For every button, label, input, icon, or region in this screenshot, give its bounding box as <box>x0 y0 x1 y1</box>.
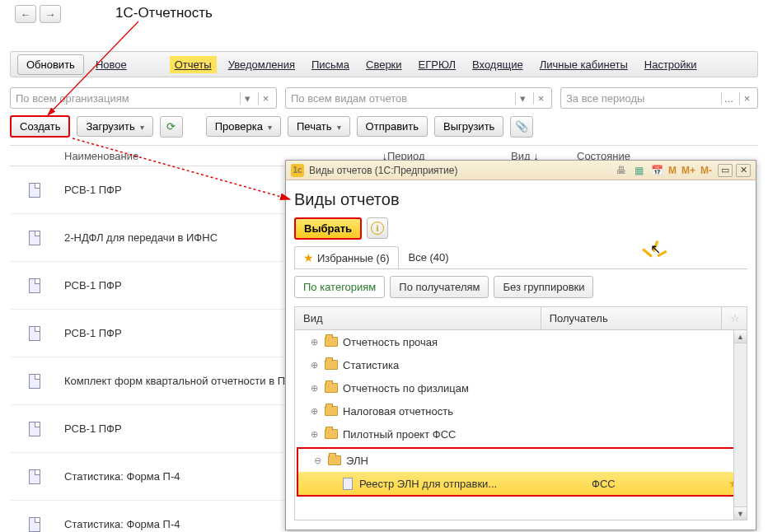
incoming-link[interactable]: Входящие <box>467 56 528 73</box>
kind-filter-placeholder: По всем видам отчетов <box>291 92 407 105</box>
check-button[interactable]: Проверка▾ <box>206 116 281 137</box>
cabinets-link[interactable]: Личные кабинеты <box>535 56 633 73</box>
print-icon[interactable]: 🖶 <box>613 163 630 178</box>
tree-folder[interactable]: ⊕Отчетность прочая <box>295 330 747 353</box>
org-filter[interactable]: По всем организациям ▾ × <box>10 87 277 109</box>
clear-icon[interactable]: × <box>533 92 548 105</box>
folder-icon <box>325 337 338 347</box>
reports-link[interactable]: Отчеты <box>170 56 217 73</box>
recipient-cell: ФСС <box>592 478 724 490</box>
star-icon: ★ <box>303 251 314 264</box>
subtab-recipients[interactable]: По получателям <box>390 276 489 298</box>
dropdown-icon[interactable]: ▾ <box>515 92 530 105</box>
expand-icon[interactable]: ⊕ <box>308 383 320 394</box>
tree-folder[interactable]: ⊕Отчетность по физлицам <box>295 376 747 399</box>
clear-icon[interactable]: × <box>739 92 754 105</box>
app-icon: 1c <box>291 164 304 177</box>
expand-icon[interactable]: ⊕ <box>308 337 320 348</box>
close-button[interactable]: ✕ <box>736 164 751 177</box>
tree-col-vid[interactable]: Вид <box>295 307 541 329</box>
letters-link[interactable]: Письма <box>307 56 354 73</box>
tree-folder[interactable]: ⊕Налоговая отчетность <box>295 399 747 422</box>
tree-item-selected[interactable]: Реестр ЭЛН для отправки... ФСС ★ <box>298 472 743 495</box>
tab-all[interactable]: Все (40) <box>400 247 457 268</box>
period-filter-placeholder: За все периоды <box>566 92 644 105</box>
page-title: 1С-Отчетность <box>115 5 213 21</box>
folder-icon <box>325 383 338 393</box>
subtab-none[interactable]: Без группировки <box>494 276 593 298</box>
scrollbar[interactable]: ▲ ▼ <box>733 330 747 520</box>
tree-header: Вид Получатель ☆ <box>294 306 747 329</box>
org-filter-placeholder: По всем организациям <box>16 92 129 105</box>
new-link[interactable]: Новое <box>91 56 132 73</box>
folder-icon <box>328 455 341 465</box>
refresh-button[interactable]: Обновить <box>17 54 84 75</box>
nav-back-button[interactable]: ← <box>15 5 36 23</box>
popup-titlebar[interactable]: 1c Виды отчетов (1С:Предприятие) 🖶 ▦ 📅 M… <box>286 161 756 180</box>
popup-heading: Виды отчетов <box>294 190 747 209</box>
load-button[interactable]: Загрузить▾ <box>77 116 152 137</box>
ellipsis-icon[interactable]: ... <box>721 92 736 105</box>
file-icon <box>29 231 40 245</box>
calendar-icon[interactable]: 📅 <box>649 163 666 178</box>
table-row[interactable]: РСВ-1 ПФР <box>10 405 323 453</box>
tree-col-star: ☆ <box>722 307 747 329</box>
report-types-dialog: 1c Виды отчетов (1С:Предприятие) 🖶 ▦ 📅 M… <box>285 160 756 530</box>
kind-filter[interactable]: По всем видам отчетов ▾ × <box>285 87 552 109</box>
period-filter[interactable]: За все периоды ... × <box>560 87 758 109</box>
tree-folder[interactable]: ⊕Статистика <box>295 353 747 376</box>
table-row[interactable]: РСВ-1 ПФР <box>10 166 323 214</box>
clear-icon[interactable]: × <box>258 92 273 105</box>
refresh-icon-button[interactable]: ⟳ <box>160 116 183 138</box>
nav-forward-button[interactable]: → <box>40 5 61 23</box>
table-row[interactable]: Статистика: Форма П-4 <box>10 453 323 501</box>
file-icon <box>29 326 40 341</box>
tree-folder-expanded[interactable]: ⊖ЭЛН <box>298 449 743 472</box>
notifications-link[interactable]: Уведомления <box>223 56 300 73</box>
tree: ⊕Отчетность прочая ⊕Статистика ⊕Отчетнос… <box>294 329 747 520</box>
document-icon <box>343 478 353 490</box>
egrul-link[interactable]: ЕГРЮЛ <box>414 56 461 73</box>
info-button[interactable]: i <box>367 217 388 239</box>
file-icon <box>29 374 40 389</box>
select-button[interactable]: Выбрать <box>294 217 362 240</box>
dropdown-icon[interactable]: ▾ <box>240 92 255 105</box>
expand-icon[interactable]: ⊕ <box>308 360 320 371</box>
collapse-icon[interactable]: ⊖ <box>311 455 323 466</box>
send-button[interactable]: Отправить <box>357 116 428 137</box>
popup-title: Виды отчетов (1С:Предприятие) <box>309 165 457 176</box>
attach-icon-button[interactable]: 📎 <box>510 116 533 138</box>
table-row[interactable]: Статистика: Форма П-4 <box>10 501 323 532</box>
expand-icon[interactable]: ⊕ <box>308 406 320 417</box>
selected-group: ⊖ЭЛН Реестр ЭЛН для отправки... ФСС ★ <box>297 447 745 497</box>
subtab-categories[interactable]: По категориям <box>294 276 385 298</box>
export-button[interactable]: Выгрузить <box>434 116 503 137</box>
settings-link[interactable]: Настройки <box>639 56 702 73</box>
reconcil-link[interactable]: Сверки <box>361 56 407 73</box>
calc-icon[interactable]: ▦ <box>631 163 648 178</box>
scroll-down-icon[interactable]: ▼ <box>734 506 747 520</box>
table-row[interactable]: 2-НДФЛ для передачи в ИФНС <box>10 214 323 262</box>
file-icon <box>29 469 40 484</box>
expand-icon[interactable]: ⊕ <box>308 429 320 440</box>
file-icon <box>29 278 40 293</box>
m-plus-button[interactable]: M+ <box>679 165 698 176</box>
print-button[interactable]: Печать▾ <box>288 116 350 137</box>
file-icon <box>29 517 40 532</box>
minimize-button[interactable]: ▭ <box>718 164 733 177</box>
main-toolbar: Обновить Новое Отчеты Уведомления Письма… <box>10 51 758 77</box>
folder-icon <box>325 429 338 439</box>
table-body: РСВ-1 ПФР 2-НДФЛ для передачи в ИФНС РСВ… <box>10 166 323 532</box>
m-minus-button[interactable]: M- <box>698 165 714 176</box>
table-row[interactable]: РСВ-1 ПФР <box>10 262 323 310</box>
m-button[interactable]: M <box>666 165 679 176</box>
table-row[interactable]: РСВ-1 ПФР <box>10 310 323 357</box>
file-icon <box>29 422 40 436</box>
table-row[interactable]: Комплект форм квартальной отчетности в П… <box>10 357 323 405</box>
scroll-up-icon[interactable]: ▲ <box>734 330 747 343</box>
tree-col-recipient[interactable]: Получатель <box>541 307 722 329</box>
tab-favorites[interactable]: ★Избранные (6) <box>294 246 399 268</box>
create-button[interactable]: Создать <box>10 115 70 138</box>
tree-folder[interactable]: ⊕Пилотный проект ФСС <box>295 422 747 446</box>
file-icon <box>29 183 40 198</box>
